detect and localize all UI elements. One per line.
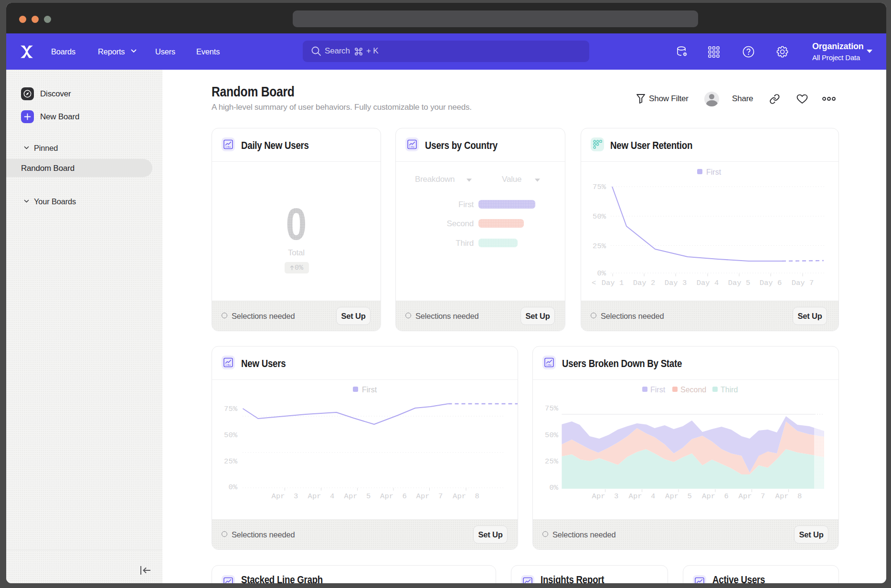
svg-text:0%: 0% [228, 483, 237, 492]
svg-text:Apr 3: Apr 3 [272, 492, 298, 501]
svg-text:Day 2: Day 2 [633, 279, 656, 287]
svg-text:Second: Second [680, 386, 706, 394]
svg-text:75%: 75% [224, 405, 238, 413]
svg-text:Day 3: Day 3 [665, 279, 687, 287]
svg-text:Apr 6: Apr 6 [702, 492, 729, 501]
svg-text:Apr 4: Apr 4 [629, 492, 656, 501]
svg-text:Day 1: Day 1 [602, 279, 624, 287]
svg-text:Third: Third [721, 386, 738, 394]
svg-text:First: First [706, 168, 721, 176]
svg-text:25%: 25% [593, 242, 606, 251]
svg-text:Day 4: Day 4 [697, 279, 719, 287]
svg-text:<: < [592, 279, 596, 287]
svg-text:0%: 0% [549, 483, 558, 492]
svg-text:First: First [650, 386, 666, 394]
svg-text:50%: 50% [545, 431, 559, 440]
svg-text:50%: 50% [593, 212, 606, 221]
svg-text:Day 6: Day 6 [760, 279, 782, 287]
svg-text:Apr 8: Apr 8 [453, 492, 479, 501]
svg-text:Apr 6: Apr 6 [380, 492, 407, 501]
svg-text:25%: 25% [224, 457, 238, 466]
svg-text:50%: 50% [224, 431, 238, 440]
svg-text:Apr 3: Apr 3 [592, 492, 619, 501]
svg-text:Apr 8: Apr 8 [775, 492, 802, 501]
svg-text:Day 7: Day 7 [792, 279, 814, 287]
svg-text:75%: 75% [593, 183, 606, 191]
svg-text:Apr 7: Apr 7 [416, 492, 443, 501]
svg-text:Apr 5: Apr 5 [344, 492, 371, 501]
svg-text:Day 5: Day 5 [728, 279, 751, 287]
svg-text:First: First [362, 386, 377, 394]
svg-text:0%: 0% [597, 269, 606, 278]
svg-text:Apr 7: Apr 7 [739, 492, 765, 501]
svg-text:Apr 4: Apr 4 [308, 492, 335, 501]
svg-text:Apr 5: Apr 5 [665, 492, 692, 501]
svg-text:25%: 25% [545, 457, 559, 466]
svg-text:75%: 75% [545, 404, 559, 413]
